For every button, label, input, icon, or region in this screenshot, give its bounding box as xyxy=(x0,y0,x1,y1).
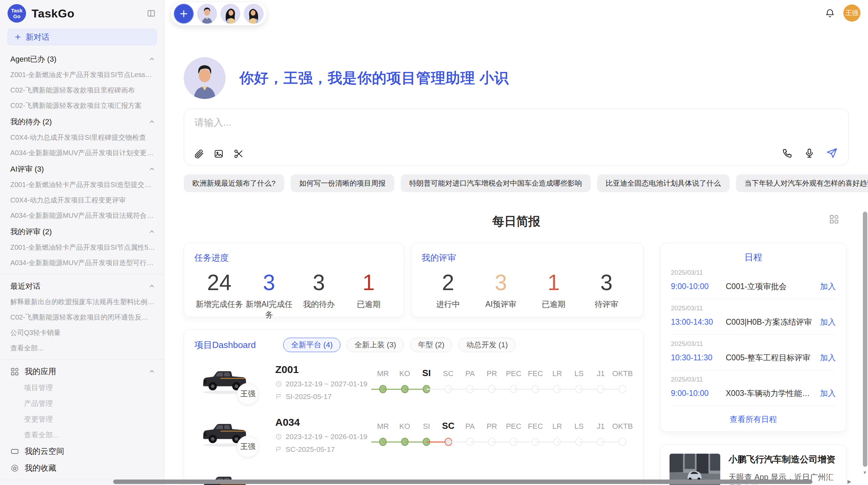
milestone-track: MRKOSISCPAPRPECFECLRLSJ1OKTB xyxy=(368,416,633,458)
collapse-sidebar-icon[interactable] xyxy=(146,9,156,18)
milestone-dot[interactable] xyxy=(619,438,626,446)
sidebar-item[interactable]: A034-全新新能源MUV产品开发项目造型可行性评审 xyxy=(0,255,164,271)
sidebar-item[interactable]: 解释最新出台的欧盟报废车法规再生塑料比例被调至15%... xyxy=(0,294,164,310)
horizontal-scrollbar[interactable] xyxy=(113,480,812,484)
sidebar-item[interactable]: A034-全新新能源MUV产品开发项目计划变更表编写 xyxy=(0,145,164,161)
join-meeting-link[interactable]: 加入 xyxy=(820,281,836,292)
user-avatar[interactable]: 王强 xyxy=(843,4,860,22)
stat-value: 1 xyxy=(344,269,394,296)
dashboard-filter-pill[interactable]: 全新平台 (4) xyxy=(283,338,340,352)
attachment-icon[interactable] xyxy=(194,149,204,159)
sidebar-app-item[interactable]: 查看全部... xyxy=(0,427,164,443)
notification-bell-icon[interactable] xyxy=(825,8,835,18)
layout-grid-icon[interactable] xyxy=(829,214,839,224)
join-meeting-link[interactable]: 加入 xyxy=(820,388,836,399)
news-card[interactable]: 小鹏飞行汽车制造公司增资 天眼查 App 显示，近日广州汇天飞行汽... xyxy=(660,444,846,485)
milestone-label: PR xyxy=(486,422,497,431)
apps-grid-icon xyxy=(10,367,19,376)
sidebar-item[interactable]: C02-飞腾新能源轻客改款项目立项汇报方案 xyxy=(0,98,164,113)
dashboard-filter-pill[interactable]: 动总开发 (1) xyxy=(458,338,516,352)
stat-label: 新增完成任务 xyxy=(194,299,244,310)
sidebar-item[interactable]: 查看全部... xyxy=(0,340,164,356)
message-input[interactable] xyxy=(194,117,838,128)
screenshot-scissors-icon[interactable] xyxy=(233,149,244,159)
schedule-line: 9:00-10:00C001-立项审批会加入 xyxy=(671,281,836,292)
milestone-label: SI xyxy=(422,368,431,378)
main-area: 王强 你好，王强，我是你的项目管理助理 小识 欧洲新规最近颁布了什么?如何写一份… xyxy=(165,0,868,485)
chevron-up-icon xyxy=(148,166,155,173)
suggestion-chip[interactable]: 特朗普可能对进口汽车增税会对中国车企造成哪些影响 xyxy=(401,174,591,192)
milestone-label: PA xyxy=(465,369,475,378)
project-flag-milestone: SI-2025-05-17 xyxy=(275,393,368,401)
suggestion-chip[interactable]: 比亚迪全固态电池计划具体说了什么 xyxy=(597,174,730,192)
sidebar: Task Go TaskGo 新对话 Agent已办 (3)Z001-全新燃油皮… xyxy=(0,0,165,485)
sidebar-divider xyxy=(0,359,164,360)
microphone-icon[interactable] xyxy=(804,148,815,159)
view-all-schedule-link[interactable]: 查看所有日程 xyxy=(671,406,836,425)
sidebar-item[interactable]: C02-飞腾新能源轻客改款项目里程碑画布 xyxy=(0,83,164,98)
sidebar-section-2-header[interactable]: AI评审 (3) xyxy=(0,161,164,177)
sidebar-item[interactable]: C0X4-动力总成开发项目工程变更评审 xyxy=(0,192,164,208)
project-info: A0342023-12-19 ~ 2026-01-19SC-2025-05-17 xyxy=(275,416,368,453)
sidebar-item[interactable]: Z001-全新燃油皮卡产品开发项目SI节点Lesson Learn报告 xyxy=(0,67,164,83)
sidebar-section-1-header[interactable]: 我的待办 (2) xyxy=(0,113,164,130)
stats-row: 任务进度24新增完成任务3新增AI完成任务3我的待办1已逾期我的评审2进行中3A… xyxy=(184,243,643,317)
join-meeting-link[interactable]: 加入 xyxy=(820,352,836,363)
sidebar-item-cloud-space[interactable]: 我的云空间 xyxy=(0,443,164,460)
schedule-item: 2025/03/1113:00-14:30C003|H0B-方案冻结评审加入 xyxy=(671,299,836,335)
brief-grid: 任务进度24新增完成任务3新增AI完成任务3我的待办1已逾期我的评审2进行中3A… xyxy=(184,243,849,485)
scroll-right-arrow[interactable]: ▶ xyxy=(847,478,852,485)
image-upload-icon[interactable] xyxy=(214,149,224,159)
milestone-label: PEC xyxy=(506,369,521,378)
logo-text-top: Task xyxy=(11,8,22,13)
send-icon[interactable] xyxy=(826,147,837,159)
assistant-avatar-3[interactable] xyxy=(244,4,264,24)
dashboard-filter-pill[interactable]: 年型 (2) xyxy=(410,338,452,352)
sidebar-item[interactable]: 公司Q3轻卡销量 xyxy=(0,325,164,340)
sidebar-item[interactable]: Z001-全新燃油轻卡产品开发项目SI节点属性5D文件评审 xyxy=(0,240,164,255)
project-owner-badge: 王强 xyxy=(237,436,259,458)
sidebar-item[interactable]: A034-全新新能源MUV产品开发项目法规符合性评审 xyxy=(0,208,164,223)
sidebar-item-favorites[interactable]: 我的收藏 xyxy=(0,460,164,476)
topbar: 王强 xyxy=(165,0,868,26)
suggestion-chip[interactable]: 当下年轻人对汽车外观有怎样的喜好趋势 xyxy=(736,174,868,192)
sidebar-section-3-header[interactable]: 我的评审 (2) xyxy=(0,223,164,240)
milestone-dot[interactable] xyxy=(619,385,626,393)
join-meeting-link[interactable]: 加入 xyxy=(820,317,836,327)
assistant-avatar-1[interactable] xyxy=(197,4,217,24)
plus-icon xyxy=(14,33,22,41)
sidebar-app-item[interactable]: 变更管理 xyxy=(0,411,164,427)
sidebar-item[interactable]: C02-飞腾新能源轻客改款项目的闭环通告反馈情况 xyxy=(0,310,164,325)
project-row: 王强A0342023-12-19 ~ 2026-01-19SC-2025-05-… xyxy=(194,416,633,458)
sidebar-item[interactable]: C0X4-动力总成开发项目SI里程碑提交物检查 xyxy=(0,130,164,145)
suggestion-chip[interactable]: 欧洲新规最近颁布了什么? xyxy=(184,174,284,192)
stat-label: 已逾期 xyxy=(344,299,394,310)
phone-call-icon[interactable] xyxy=(782,148,793,159)
cloud-space-label: 我的云空间 xyxy=(25,446,64,457)
sidebar-section-0-header[interactable]: Agent已办 (3) xyxy=(0,51,164,67)
scroll-down-arrow[interactable]: ▼ xyxy=(863,470,867,475)
schedule-name: C001-立项审批会 xyxy=(726,281,815,292)
schedule-item: 2025/03/119:00-10:00C001-立项审批会加入 xyxy=(671,263,836,299)
project-flag-milestone: SC-2025-05-17 xyxy=(275,445,368,453)
schedule-list: 2025/03/119:00-10:00C001-立项审批会加入2025/03/… xyxy=(671,263,836,406)
schedule-date: 2025/03/11 xyxy=(671,269,836,276)
composer-tools-right xyxy=(782,147,837,159)
new-chat-button[interactable]: 新对话 xyxy=(8,29,157,45)
stats-card-title: 我的评审 xyxy=(422,252,633,263)
chevron-up-icon xyxy=(148,283,155,290)
dashboard-filter-pill[interactable]: 全新上装 (3) xyxy=(347,338,404,352)
assistant-avatar-2[interactable] xyxy=(220,4,240,24)
sidebar-app-item[interactable]: 项目管理 xyxy=(0,380,164,396)
sidebar-item-my-apps[interactable]: 我的应用 xyxy=(0,363,164,380)
schedule-time: 10:30-11:30 xyxy=(671,353,726,362)
flag-icon xyxy=(275,446,282,453)
project-vehicle-image: 王强 xyxy=(201,364,249,396)
sidebar-item[interactable]: Z001-全新燃油轻卡产品开发项目SI造型提交物评审 xyxy=(0,177,164,192)
add-assistant-button[interactable] xyxy=(174,4,194,24)
sidebar-recent-header[interactable]: 最近对话 xyxy=(0,278,164,294)
sidebar-app-item[interactable]: 产品管理 xyxy=(0,396,164,411)
vertical-scrollbar[interactable] xyxy=(863,212,867,467)
milestone-label: FEC xyxy=(528,369,543,378)
suggestion-chip[interactable]: 如何写一份清晰的项目周报 xyxy=(291,174,394,192)
